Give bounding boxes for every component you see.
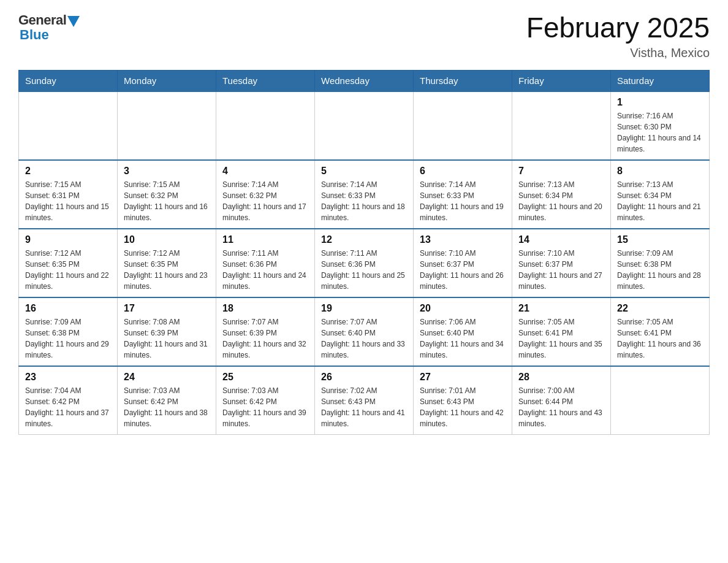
calendar-day-cell: 24Sunrise: 7:03 AMSunset: 6:42 PMDayligh…	[118, 366, 216, 435]
day-info-line: Sunrise: 7:03 AM	[222, 386, 278, 395]
day-number: 12	[321, 234, 407, 245]
calendar-day-cell: 4Sunrise: 7:14 AMSunset: 6:32 PMDaylight…	[216, 160, 315, 229]
day-of-week-header: Monday	[118, 70, 216, 91]
day-info: Sunrise: 7:13 AMSunset: 6:34 PMDaylight:…	[617, 179, 703, 223]
calendar-day-cell: 17Sunrise: 7:08 AMSunset: 6:39 PMDayligh…	[118, 297, 216, 366]
day-info-line: Daylight: 11 hours and 24 minutes.	[222, 271, 306, 291]
day-of-week-header: Tuesday	[216, 70, 315, 91]
day-info-line: Sunset: 6:41 PM	[617, 329, 672, 337]
calendar-day-cell: 11Sunrise: 7:11 AMSunset: 6:36 PMDayligh…	[216, 229, 315, 297]
day-info: Sunrise: 7:12 AMSunset: 6:35 PMDaylight:…	[124, 248, 210, 292]
day-info: Sunrise: 7:00 AMSunset: 6:44 PMDaylight:…	[518, 385, 604, 429]
day-info-line: Daylight: 11 hours and 21 minutes.	[617, 202, 701, 222]
day-info: Sunrise: 7:12 AMSunset: 6:35 PMDaylight:…	[25, 248, 111, 292]
day-info: Sunrise: 7:07 AMSunset: 6:39 PMDaylight:…	[222, 316, 308, 361]
day-info-line: Sunrise: 7:07 AM	[222, 318, 278, 326]
day-of-week-header: Sunday	[19, 70, 118, 91]
day-info-line: Daylight: 11 hours and 34 minutes.	[420, 340, 504, 359]
calendar-day-cell: 14Sunrise: 7:10 AMSunset: 6:37 PMDayligh…	[512, 229, 611, 297]
day-info-line: Daylight: 11 hours and 15 minutes.	[25, 202, 109, 222]
day-info: Sunrise: 7:15 AMSunset: 6:32 PMDaylight:…	[124, 179, 210, 223]
day-info-line: Sunrise: 7:01 AM	[420, 386, 476, 395]
day-info: Sunrise: 7:01 AMSunset: 6:43 PMDaylight:…	[420, 385, 506, 429]
month-title: February 2025	[526, 12, 710, 44]
calendar-week-row: 2Sunrise: 7:15 AMSunset: 6:31 PMDaylight…	[19, 160, 710, 229]
day-number: 15	[617, 234, 703, 245]
day-info-line: Sunset: 6:33 PM	[321, 191, 376, 200]
day-number: 24	[124, 372, 210, 383]
logo-triangle-icon	[67, 16, 80, 27]
day-info-line: Sunset: 6:34 PM	[617, 191, 672, 200]
day-info: Sunrise: 7:14 AMSunset: 6:33 PMDaylight:…	[420, 179, 506, 223]
day-info-line: Daylight: 11 hours and 31 minutes.	[124, 340, 208, 359]
day-info-line: Sunrise: 7:11 AM	[222, 249, 278, 258]
day-number: 20	[420, 303, 506, 314]
calendar-day-cell: 16Sunrise: 7:09 AMSunset: 6:38 PMDayligh…	[19, 297, 118, 366]
day-info-line: Sunrise: 7:05 AM	[518, 318, 574, 326]
day-info-line: Daylight: 11 hours and 29 minutes.	[25, 340, 109, 359]
day-info-line: Sunset: 6:42 PM	[222, 397, 277, 406]
day-info-line: Daylight: 11 hours and 23 minutes.	[124, 271, 208, 291]
day-info-line: Daylight: 11 hours and 38 minutes.	[124, 408, 208, 428]
day-info-line: Sunrise: 7:05 AM	[617, 318, 673, 326]
day-info-line: Sunrise: 7:15 AM	[25, 180, 81, 189]
day-info: Sunrise: 7:14 AMSunset: 6:32 PMDaylight:…	[222, 179, 308, 223]
day-number: 28	[518, 372, 604, 383]
day-info: Sunrise: 7:16 AMSunset: 6:30 PMDaylight:…	[617, 110, 703, 155]
day-number: 19	[321, 303, 407, 314]
day-info-line: Daylight: 11 hours and 35 minutes.	[518, 340, 602, 359]
day-info: Sunrise: 7:13 AMSunset: 6:34 PMDaylight:…	[518, 179, 604, 223]
day-info-line: Daylight: 11 hours and 14 minutes.	[617, 134, 701, 153]
calendar-day-cell: 15Sunrise: 7:09 AMSunset: 6:38 PMDayligh…	[611, 229, 710, 297]
calendar-day-cell: 13Sunrise: 7:10 AMSunset: 6:37 PMDayligh…	[414, 229, 512, 297]
calendar-day-cell: 3Sunrise: 7:15 AMSunset: 6:32 PMDaylight…	[118, 160, 216, 229]
title-block: February 2025 Vistha, Mexico	[526, 12, 710, 60]
day-info-line: Sunrise: 7:12 AM	[124, 249, 180, 258]
day-of-week-header: Wednesday	[315, 70, 414, 91]
day-info-line: Sunset: 6:40 PM	[420, 329, 474, 337]
day-info-line: Daylight: 11 hours and 33 minutes.	[321, 340, 405, 359]
day-info-line: Sunrise: 7:13 AM	[617, 180, 673, 189]
day-number: 5	[321, 166, 407, 177]
day-info-line: Sunrise: 7:14 AM	[420, 180, 476, 189]
day-info: Sunrise: 7:08 AMSunset: 6:39 PMDaylight:…	[124, 316, 210, 361]
day-info: Sunrise: 7:15 AMSunset: 6:31 PMDaylight:…	[25, 179, 111, 223]
day-of-week-header: Thursday	[414, 70, 512, 91]
day-number: 1	[617, 97, 703, 108]
day-info-line: Sunset: 6:32 PM	[222, 191, 277, 200]
day-number: 6	[420, 166, 506, 177]
calendar-day-cell: 18Sunrise: 7:07 AMSunset: 6:39 PMDayligh…	[216, 297, 315, 366]
day-of-week-header: Saturday	[611, 70, 710, 91]
day-info-line: Daylight: 11 hours and 43 minutes.	[518, 408, 602, 428]
day-info: Sunrise: 7:05 AMSunset: 6:41 PMDaylight:…	[518, 316, 604, 361]
calendar-day-cell: 2Sunrise: 7:15 AMSunset: 6:31 PMDaylight…	[19, 160, 118, 229]
day-number: 25	[222, 372, 308, 383]
day-info-line: Sunrise: 7:11 AM	[321, 249, 377, 258]
day-info-line: Sunrise: 7:09 AM	[25, 318, 81, 326]
calendar-day-cell: 22Sunrise: 7:05 AMSunset: 6:41 PMDayligh…	[611, 297, 710, 366]
day-number: 18	[222, 303, 308, 314]
day-info-line: Daylight: 11 hours and 17 minutes.	[222, 202, 306, 222]
day-info-line: Sunrise: 7:14 AM	[321, 180, 377, 189]
day-info-line: Daylight: 11 hours and 19 minutes.	[420, 202, 504, 222]
day-info-line: Daylight: 11 hours and 39 minutes.	[222, 408, 306, 428]
day-info-line: Sunrise: 7:09 AM	[617, 249, 673, 258]
calendar-day-cell	[315, 91, 414, 160]
day-info-line: Daylight: 11 hours and 37 minutes.	[25, 408, 109, 428]
calendar-day-cell: 8Sunrise: 7:13 AMSunset: 6:34 PMDaylight…	[611, 160, 710, 229]
calendar-day-cell: 21Sunrise: 7:05 AMSunset: 6:41 PMDayligh…	[512, 297, 611, 366]
logo-blue-text: Blue	[18, 27, 49, 43]
day-info-line: Daylight: 11 hours and 28 minutes.	[617, 271, 701, 291]
day-info-line: Daylight: 11 hours and 41 minutes.	[321, 408, 405, 428]
calendar-day-cell: 5Sunrise: 7:14 AMSunset: 6:33 PMDaylight…	[315, 160, 414, 229]
day-info-line: Daylight: 11 hours and 26 minutes.	[420, 271, 504, 291]
calendar-day-cell: 25Sunrise: 7:03 AMSunset: 6:42 PMDayligh…	[216, 366, 315, 435]
day-info-line: Sunrise: 7:08 AM	[124, 318, 180, 326]
day-info: Sunrise: 7:04 AMSunset: 6:42 PMDaylight:…	[25, 385, 111, 429]
day-number: 9	[25, 234, 111, 245]
day-info-line: Daylight: 11 hours and 22 minutes.	[25, 271, 109, 291]
calendar-day-cell: 23Sunrise: 7:04 AMSunset: 6:42 PMDayligh…	[19, 366, 118, 435]
day-info-line: Sunset: 6:32 PM	[124, 191, 178, 200]
day-info-line: Daylight: 11 hours and 36 minutes.	[617, 340, 701, 359]
day-number: 23	[25, 372, 111, 383]
